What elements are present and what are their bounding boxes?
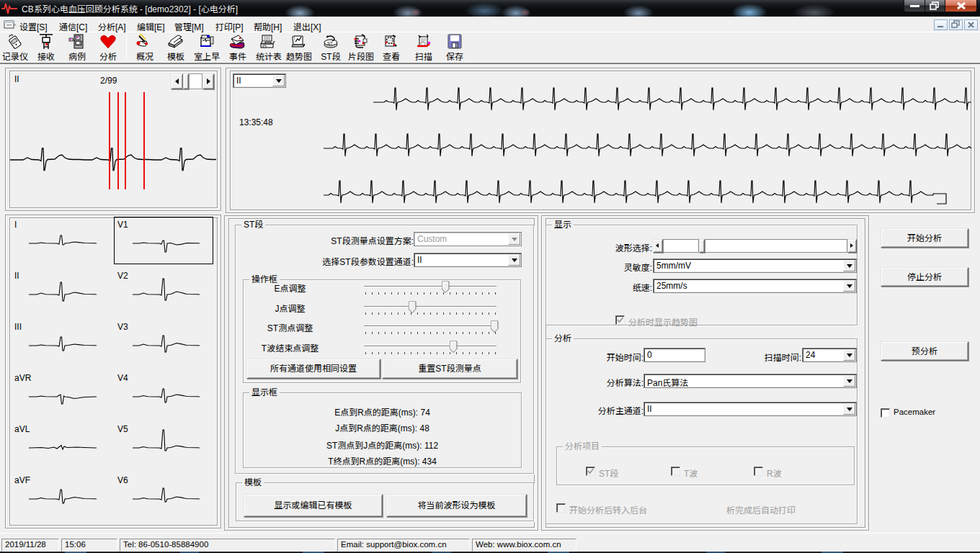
svg-text:ST: ST (327, 41, 333, 45)
